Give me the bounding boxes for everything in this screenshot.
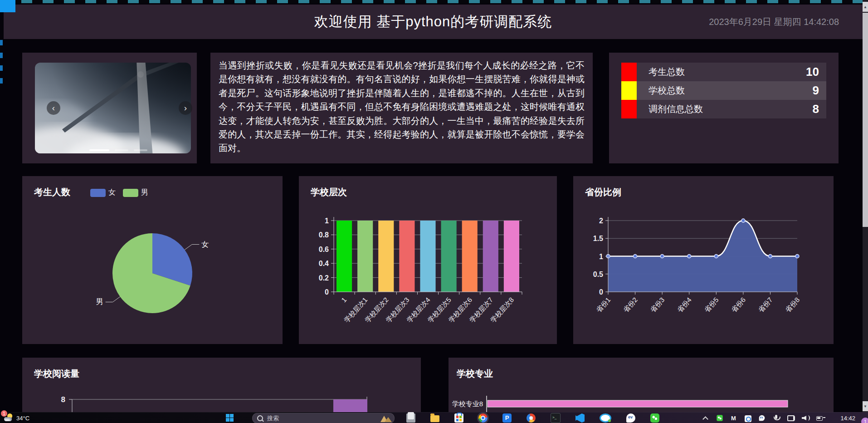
- province-ratio-panel: 省份比例 00.511.52省份1省份2省份3省份4省份5省份6省份7省份8: [573, 176, 834, 344]
- svg-text:1: 1: [325, 217, 329, 225]
- stat-row: 调剂信息总数8: [621, 100, 826, 118]
- svg-text:2: 2: [599, 217, 603, 225]
- taskbar-search-input[interactable]: 搜索: [252, 413, 395, 423]
- svg-text:1.5: 1.5: [593, 235, 603, 242]
- scrollbar-up-icon[interactable]: ▲: [863, 2, 868, 12]
- terminal-icon[interactable]: [551, 413, 561, 423]
- stat-label: 考生总数: [649, 66, 685, 78]
- svg-text:0.4: 0.4: [319, 260, 329, 267]
- desktop-left-dashes: [0, 40, 3, 90]
- svg-text:1: 1: [599, 253, 603, 261]
- explorer-icon[interactable]: [406, 413, 415, 423]
- stat-row: 考生总数10: [621, 63, 826, 81]
- carousel-next-button[interactable]: ›: [179, 101, 192, 115]
- quote-panel: 当遇到挫折或失败，你是看见失败还是看见机会?挫折是我们每个人成长的必经之路，它不…: [210, 53, 593, 163]
- stat-row: 学校总数9: [621, 81, 826, 100]
- chevron-up-icon[interactable]: [701, 414, 709, 422]
- chrome-icon[interactable]: [478, 413, 488, 423]
- wechat-icon[interactable]: [650, 413, 659, 423]
- svg-text:0.2: 0.2: [319, 274, 329, 282]
- stat-color-square: [621, 81, 637, 100]
- svg-text:男: 男: [96, 298, 103, 305]
- microphone-icon[interactable]: [772, 414, 780, 422]
- taskbar-weather-widget[interactable]: 1 34°C: [4, 413, 29, 423]
- start-button[interactable]: [226, 414, 234, 422]
- carousel-indicator[interactable]: [134, 149, 147, 151]
- svg-text:1: 1: [340, 296, 348, 304]
- school-level-bar-chart: 00.20.40.60.811学校层次1学校层次2学校层次3学校层次4学校层次5…: [299, 176, 557, 344]
- svg-text:学校专业8: 学校专业8: [452, 400, 483, 408]
- svg-text:省份7: 省份7: [756, 296, 774, 314]
- swirl-browser-icon[interactable]: [527, 413, 536, 423]
- chart-title-province: 省份比例: [585, 186, 621, 198]
- desktop-edge-dashes: [0, 0, 868, 3]
- carousel-indicators[interactable]: [89, 149, 147, 151]
- p-app-icon[interactable]: [502, 413, 512, 423]
- search-placeholder: 搜索: [267, 414, 279, 423]
- svg-text:省份8: 省份8: [784, 296, 801, 314]
- motivational-quote: 当遇到挫折或失败，你是看见失败还是看见机会?挫折是我们每个人成长的必经之路，它不…: [210, 53, 593, 161]
- speaker-icon[interactable]: [801, 414, 809, 422]
- search-box-icon[interactable]: [745, 415, 751, 422]
- ev-mini-icon[interactable]: [759, 415, 765, 421]
- svg-text:省份3: 省份3: [649, 296, 666, 314]
- stat-value: 8: [813, 102, 819, 116]
- folder-icon[interactable]: [430, 415, 439, 422]
- quark-icon[interactable]: [600, 413, 611, 423]
- svg-text:省份1: 省份1: [595, 296, 612, 314]
- mail-m-icon[interactable]: [730, 414, 738, 422]
- vscode-icon[interactable]: [575, 413, 585, 423]
- notification-badge[interactable]: 1: [861, 418, 868, 423]
- stats-list: 考生总数10学校总数9调剂信息总数8: [621, 63, 826, 118]
- svg-text:省份2: 省份2: [622, 296, 639, 314]
- taskbar-clock[interactable]: 14:42: [840, 415, 855, 422]
- stat-color-square: [621, 63, 637, 81]
- stats-panel: 考生总数10学校总数9调剂信息总数8: [609, 53, 839, 163]
- page-scrollbar[interactable]: ▲ ▼: [863, 0, 868, 423]
- page-header: 欢迎使用 基于python的考研调配系统 2023年6月29日 星期四 14:4…: [4, 5, 863, 39]
- carousel-indicator[interactable]: [89, 149, 109, 151]
- svg-text:0: 0: [599, 288, 603, 296]
- cast-device-icon[interactable]: [787, 414, 795, 422]
- scrollbar-down-icon[interactable]: ▼: [863, 401, 868, 411]
- pie-legend: 女男: [90, 188, 148, 197]
- legend-item[interactable]: 女: [90, 188, 116, 197]
- svg-text:0: 0: [325, 288, 329, 296]
- desktop-corner: [0, 0, 15, 12]
- school-level-panel: 学校层次 00.20.40.60.811学校层次1学校层次2学校层次3学校层次4…: [299, 176, 557, 344]
- header-datetime: 2023年6月29日 星期四 14:42:08: [709, 16, 839, 28]
- carousel-prev-button[interactable]: ‹: [47, 101, 60, 115]
- ev-recorder-icon[interactable]: [626, 413, 635, 423]
- svg-text:省份4: 省份4: [676, 296, 693, 314]
- wechat-mini-icon[interactable]: [717, 415, 723, 421]
- svg-text:0.6: 0.6: [319, 246, 329, 253]
- chart-title-candidates: 考生人数: [34, 186, 70, 198]
- svg-text:8: 8: [61, 395, 65, 404]
- stat-color-square: [621, 100, 637, 118]
- temperature-label: 34°C: [16, 415, 29, 422]
- battery-icon[interactable]: [816, 414, 824, 422]
- candidates-pie-chart: 女男: [22, 176, 283, 344]
- legend-label: 男: [141, 188, 148, 197]
- search-daily-image-icon: [380, 415, 391, 422]
- candidates-pie-panel: 考生人数 女男 女男: [22, 176, 283, 344]
- stat-value: 10: [806, 65, 819, 79]
- svg-text:0.8: 0.8: [319, 231, 329, 239]
- svg-text:0.5: 0.5: [593, 271, 603, 278]
- legend-swatch: [90, 189, 106, 197]
- stat-label: 学校总数: [649, 84, 685, 97]
- windows-taskbar: 1 34°C 搜索 14:42 1: [0, 412, 868, 423]
- legend-item[interactable]: 男: [123, 188, 148, 197]
- legend-label: 女: [108, 188, 116, 197]
- stat-value: 9: [813, 84, 819, 98]
- scrollbar-thumb[interactable]: [863, 13, 868, 227]
- carousel-indicator[interactable]: [115, 149, 128, 151]
- carousel-panel: ‹ ›: [22, 53, 197, 163]
- taskbar-app-icons: [406, 413, 659, 423]
- search-icon: [257, 415, 263, 421]
- legend-swatch: [123, 189, 138, 197]
- province-ratio-area-chart: 00.511.52省份1省份2省份3省份4省份5省份6省份7省份8: [573, 176, 834, 344]
- chart-title-school-major: 学校专业: [457, 368, 493, 380]
- ms-store-icon[interactable]: [454, 413, 463, 423]
- svg-text:省份5: 省份5: [702, 296, 720, 314]
